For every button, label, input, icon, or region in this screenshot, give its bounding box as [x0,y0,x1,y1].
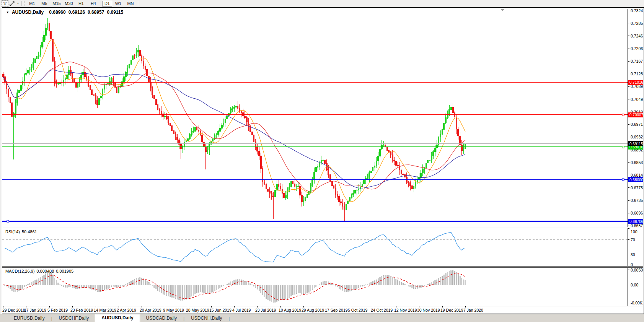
svg-text:0.72460: 0.72460 [631,34,643,38]
timeframe-button-W1[interactable]: W1 [112,1,124,7]
date-label: 15 Jun 2019 [209,308,232,312]
top-toolbar: T ▼ M1M5M15M30H1H4D1W1MN [0,0,644,7]
date-label: 20 Apr 2019 [140,308,161,312]
date-label: 5 Oct 2019 [348,308,367,312]
date-tick [327,306,327,307]
svg-text:-0.006148: -0.006148 [631,301,643,305]
date-label: 29 Aug 2019 [302,308,324,312]
date-label: 5 Feb 2019 [47,308,68,312]
timeframe-button-H4[interactable]: H4 [87,1,99,7]
timeframe-button-MN[interactable]: MN [124,1,137,7]
timeframe-buttons: M1M5M15M30H1H4D1W1MN [26,1,139,7]
chart-symbol-label: AUDUSD,Daily [12,10,44,15]
svg-text:0.71016: 0.71016 [629,80,643,85]
tab-usdchf[interactable]: USDCHF,Daily [53,315,95,322]
chart-menu-arrow-icon[interactable]: ▼ [6,11,9,14]
level-handle [622,146,624,148]
rsi-label: RSI(14)50.4861 [5,229,39,234]
date-tick [119,306,119,307]
ohlc-close: 0.69115 [107,10,123,15]
date-label: 28 May 2019 [186,308,209,312]
rsi-indicator-pane[interactable]: 10070300 [2,228,643,266]
tab-audusd[interactable]: AUDUSD,Daily [95,314,140,322]
date-label: 14 Mar 2019 [94,308,116,312]
rsi-value: 50.4861 [22,229,37,234]
svg-text:0.73240: 0.73240 [631,9,643,13]
date-tick [465,306,466,307]
svg-text:0.66960: 0.66960 [631,211,643,215]
toolbar-grip [24,1,24,6]
tab-eurusd[interactable]: EURUSD,Daily [8,315,51,322]
timeframe-button-H1[interactable]: H1 [75,1,87,7]
timeframe-button-M15[interactable]: M15 [51,1,63,7]
svg-text:0.68140: 0.68140 [631,173,643,177]
macd-name: MACD(12,26,9) [5,269,34,273]
date-tick [26,306,26,307]
svg-text:0.68530: 0.68530 [631,160,643,165]
date-tick [142,306,142,307]
timeframe-button-M5[interactable]: M5 [38,1,51,7]
date-label: 17 Sep 2019 [325,308,348,312]
date-tick [3,306,3,307]
timeframe-button-M30[interactable]: M30 [63,1,75,7]
date-tick [280,306,281,307]
svg-text:0.66706: 0.66706 [629,220,643,224]
tool-dropdown-caret[interactable]: ▼ [16,1,20,7]
date-label: 23 Jul 2019 [255,308,276,312]
svg-text:0.67350: 0.67350 [631,198,643,203]
svg-text:0.69115: 0.69115 [629,142,643,146]
date-tick [49,306,50,307]
svg-text:0.69320: 0.69320 [631,135,643,139]
chart-title: ▼ AUDUSD,Daily 0.68960 0.69126 0.68957 0… [6,10,126,15]
date-tick [72,306,73,307]
date-label: 7 Jan 2020 [463,308,483,312]
date-label: 30 Nov 2019 [417,308,440,312]
tab-separator: | [228,316,230,322]
date-tick [211,306,212,307]
level-handle [7,220,9,222]
symbol-tab-bar: EURUSD,Daily|USDCHF,DailyAUDUSD,DailyUSD… [0,314,644,322]
date-axis[interactable]: 29 Dec 201817 Jan 20195 Feb 201923 Feb 2… [2,306,643,314]
date-label: 10 Aug 2019 [279,308,301,312]
pointer-arrows-icon [10,1,15,6]
date-tick [350,306,350,307]
date-label: 23 Feb 2019 [70,308,93,312]
date-tick [303,306,304,307]
svg-text:0.69710: 0.69710 [631,122,643,127]
level-handle [622,179,624,181]
chart-window: ▼ AUDUSD,Daily 0.68960 0.69126 0.68957 0… [2,7,644,314]
rsi-line [5,233,465,262]
date-label: 29 Dec 2018 [2,308,25,312]
timeframe-button-D1[interactable]: D1 [102,1,112,7]
date-tick [234,306,235,307]
date-tick [96,306,96,307]
rsi-name: RSI(14) [5,229,20,234]
pointer-tool-button[interactable] [8,1,16,7]
date-tick [442,306,443,307]
toolbar-separator [21,1,22,6]
level-handle [622,114,624,116]
date-tick [165,306,165,307]
tab-usdcnh[interactable]: USDCNH,Daily [185,315,228,322]
date-label: 17 Jan 2019 [24,308,46,312]
macd-signal-value: 0.001905 [56,269,73,273]
svg-text:0.71670: 0.71670 [631,59,643,63]
macd-label: MACD(12,26,9)0.0004080.001905 [5,269,75,273]
date-label: 12 Nov 2019 [394,308,417,312]
date-label: 4 Jul 2019 [232,308,251,312]
svg-text:0.67750: 0.67750 [631,185,643,190]
date-tick [373,306,373,307]
date-label: 24 Oct 2019 [371,308,393,312]
tab-usdcad[interactable]: USDCAD,Daily [140,315,183,322]
price-chart-pane[interactable]: 0.732400.728500.724600.720600.716700.712… [2,9,643,227]
date-tick [188,306,188,307]
date-tick [257,306,258,307]
date-label: 19 Dec 2019 [440,308,463,312]
svg-text:0.00: 0.00 [631,283,639,287]
text-tool-button[interactable]: T [2,0,8,7]
macd-indicator-pane[interactable]: 0.0050760.00-0.006148 [2,268,643,306]
timeframe-button-M1[interactable]: M1 [26,1,38,7]
svg-text:100: 100 [631,229,637,234]
ohlc-high: 0.69126 [68,10,85,15]
toolbar-separator [138,1,138,6]
